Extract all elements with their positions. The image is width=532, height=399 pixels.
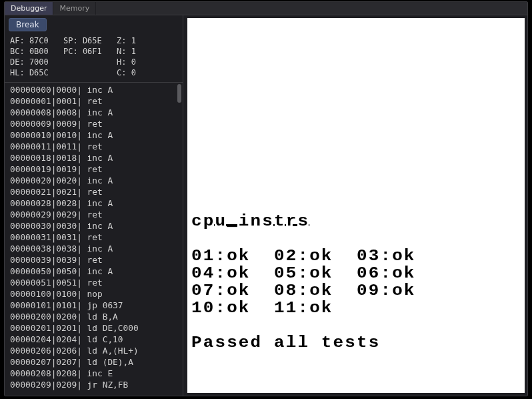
tabbar: Debugger Memory — [5, 2, 527, 15]
reg-pc: PC: 06F1 — [63, 46, 117, 57]
disasm-row[interactable]: 00000020|0020| inc A — [10, 175, 176, 186]
reg-hl: HL: D65C — [10, 67, 63, 78]
screen-text: cpu_instrs 01:ok 02:ok 03:ok04:ok 05:ok … — [191, 213, 416, 352]
disasm-row[interactable]: 00000010|0010| inc A — [10, 129, 176, 141]
reg-c: C: 0 — [117, 67, 157, 78]
disasm-row[interactable]: 00000011|0011| ret — [10, 141, 176, 152]
right-panel: cpu_instrs 01:ok 02:ok 03:ok04:ok 05:ok … — [183, 15, 527, 396]
disassembly-list: 00000000|0000| inc A00000001|0001| ret00… — [10, 84, 176, 390]
reg-de: DE: 7000 — [10, 57, 63, 67]
disasm-row[interactable]: 00000201|0201| ld DE,C000 — [10, 322, 176, 334]
disasm-row[interactable]: 00000100|0100| nop — [10, 288, 176, 300]
emulator-screen: cpu_instrs 01:ok 02:ok 03:ok04:ok 05:ok … — [187, 18, 525, 393]
disasm-row[interactable]: 00000018|0018| inc A — [10, 152, 176, 163]
debugger-window: Debugger Memory Break AF: 87C0 SP: D65E … — [4, 1, 528, 396]
disasm-row[interactable]: 00000208|0208| inc E — [10, 368, 176, 379]
disasm-row[interactable]: 00000009|0009| ret — [10, 118, 176, 129]
disasm-row[interactable]: 00000029|0029| ret — [10, 209, 176, 220]
disasm-row[interactable]: 00000021|0021| ret — [10, 186, 176, 197]
disasm-row[interactable]: 00000031|0031| ret — [10, 232, 176, 243]
left-panel: Break AF: 87C0 SP: D65E Z: 1 BC: 0B00 PC… — [5, 15, 183, 396]
disasm-row[interactable]: 00000206|0206| ld A,(HL+) — [10, 345, 176, 356]
reg-bc: BC: 0B00 — [10, 46, 63, 57]
disasm-row[interactable]: 00000039|0039| ret — [10, 254, 176, 266]
screen-result-row: 04:ok 05:ok 06:ok — [191, 265, 416, 282]
disasm-row[interactable]: 00000051|0051| ret — [10, 277, 176, 288]
disasm-row[interactable]: 00000000|0000| inc A — [10, 84, 176, 95]
disasm-row[interactable]: 00000050|0050| inc A — [10, 266, 176, 277]
disasm-row[interactable]: 00000001|0001| ret — [10, 95, 176, 107]
disasm-row[interactable]: 00000209|0209| jr NZ,FB — [10, 379, 176, 390]
scrollbar-thumb[interactable] — [177, 84, 181, 103]
tab-memory[interactable]: Memory — [53, 2, 96, 15]
tab-debugger[interactable]: Debugger — [5, 2, 53, 15]
reg-af: AF: 87C0 — [10, 35, 63, 46]
disasm-row[interactable]: 00000028|0028| inc A — [10, 197, 176, 209]
disasm-row[interactable]: 00000101|0101| jp 0637 — [10, 300, 176, 311]
registers-panel: AF: 87C0 SP: D65E Z: 1 BC: 0B00 PC: 06F1… — [5, 34, 183, 83]
screen-result-row: 07:ok 08:ok 09:ok — [191, 282, 416, 300]
break-button[interactable]: Break — [9, 18, 47, 31]
content: Break AF: 87C0 SP: D65E Z: 1 BC: 0B00 PC… — [5, 15, 527, 396]
disasm-row[interactable]: 00000030|0030| inc A — [10, 220, 176, 232]
reg-blank2 — [63, 67, 117, 78]
toolbar: Break — [5, 15, 183, 34]
screen-result-row: 01:ok 02:ok 03:ok — [191, 248, 416, 265]
disassembly-panel[interactable]: 00000000|0000| inc A00000001|0001| ret00… — [5, 83, 183, 396]
screen-title: cpu_instrs — [191, 212, 309, 230]
screen-result-row: 10:ok 11:ok — [191, 300, 416, 317]
disasm-row[interactable]: 00000008|0008| inc A — [10, 107, 176, 118]
reg-blank1 — [63, 57, 117, 67]
screen-passed: Passed all tests — [191, 334, 380, 352]
reg-sp: SP: D65E — [63, 35, 117, 46]
reg-h: H: 0 — [117, 57, 157, 67]
reg-n: N: 1 — [117, 46, 157, 57]
disasm-row[interactable]: 00000207|0207| ld (DE),A — [10, 356, 176, 368]
disasm-row[interactable]: 00000019|0019| ret — [10, 163, 176, 175]
disasm-row[interactable]: 00000204|0204| ld C,10 — [10, 334, 176, 345]
reg-z: Z: 1 — [117, 35, 157, 46]
disasm-row[interactable]: 00000038|0038| inc A — [10, 243, 176, 254]
disasm-row[interactable]: 00000200|0200| ld B,A — [10, 311, 176, 322]
